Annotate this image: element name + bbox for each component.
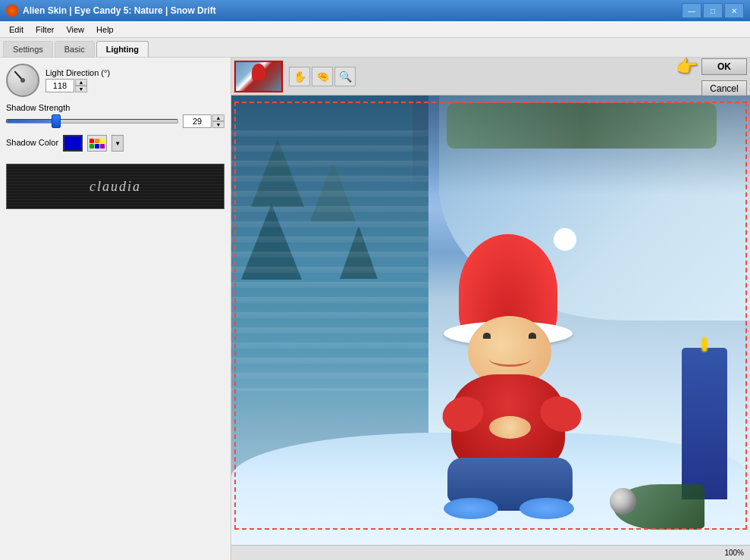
shadow-strength-track [6,119,178,124]
ok-button[interactable]: OK [701,58,747,75]
status-bar: 100% [231,545,750,560]
menu-help[interactable]: Help [90,23,120,36]
zoom-level: 100% [724,549,744,557]
canvas-area [231,95,750,545]
tool-buttons: ✋ 🤏 🔍 [289,67,356,86]
window-title: Alien Skin | Eye Candy 5: Nature | Snow … [23,5,682,16]
direction-spinner: ▲ ▼ [75,79,87,92]
shadow-color-label: Shadow Color [6,138,58,147]
menu-bar: Edit Filter View Help [0,21,750,38]
direction-down-button[interactable]: ▼ [75,86,87,92]
dial-center [20,78,25,83]
tab-bar: Settings Basic Lighting [0,38,750,58]
shadow-strength-spinner: ▲ ▼ [212,114,224,128]
ok-wrapper: 👉 OK [676,56,747,77]
ornament-ball [610,488,636,515]
light-direction-control: Light Direction (°) ▲ ▼ [6,64,224,97]
shadow-strength-section: Shadow Strength ▲ ▼ [6,103,224,129]
top-decoration [413,95,750,194]
shadow-strength-down[interactable]: ▼ [212,121,224,128]
window-controls: — □ ✕ [682,3,744,18]
direction-dial[interactable] [6,64,39,97]
watermark-area: claudia [6,164,224,209]
top-toolbar: ✋ 🤏 🔍 👉 OK Cancel [231,58,750,95]
main-layout: Light Direction (°) ▲ ▼ Shadow Strength [0,58,750,560]
direction-up-button[interactable]: ▲ [75,79,87,86]
menu-view[interactable]: View [60,23,90,36]
close-button[interactable]: ✕ [724,3,744,18]
watermark-text: claudia [89,179,141,195]
pointer-tool-button[interactable]: 🤏 [312,67,333,86]
tab-settings[interactable]: Settings [3,41,53,57]
pointing-hand-icon: 👉 [676,56,698,77]
shadow-strength-thumb[interactable] [52,114,61,128]
candle-decoration [682,348,727,499]
cancel-button[interactable]: Cancel [701,80,747,97]
right-area: ✋ 🤏 🔍 👉 OK Cancel [231,58,750,560]
menu-edit[interactable]: Edit [3,23,30,36]
tab-basic[interactable]: Basic [55,41,95,57]
zoom-tool-button[interactable]: 🔍 [334,67,356,86]
menu-filter[interactable]: Filter [30,23,60,36]
left-panel: Light Direction (°) ▲ ▼ Shadow Strength [0,58,231,560]
minimize-button[interactable]: — [682,3,701,18]
shadow-color-section: Shadow Color ▼ [6,135,224,152]
shadow-strength-label: Shadow Strength [6,103,224,112]
color-grid-button[interactable] [87,135,107,152]
baby-figure [428,234,595,499]
light-direction-label: Light Direction (°) [46,68,110,77]
light-direction-input[interactable] [46,79,74,92]
shadow-strength-slider-container[interactable] [6,114,178,129]
color-dropdown-button[interactable]: ▼ [111,135,124,152]
shadow-color-swatch[interactable] [63,135,83,152]
tab-lighting[interactable]: Lighting [96,41,149,57]
shadow-strength-up[interactable]: ▲ [212,114,224,121]
shadow-strength-fill [7,120,56,123]
ok-cancel-group: 👉 OK Cancel [676,56,747,97]
app-icon [6,5,18,17]
preview-thumbnail[interactable] [234,61,283,92]
pan-tool-button[interactable]: ✋ [289,67,310,86]
maximize-button[interactable]: □ [703,3,723,18]
title-bar: Alien Skin | Eye Candy 5: Nature | Snow … [0,0,750,21]
shadow-strength-input[interactable] [183,114,212,128]
